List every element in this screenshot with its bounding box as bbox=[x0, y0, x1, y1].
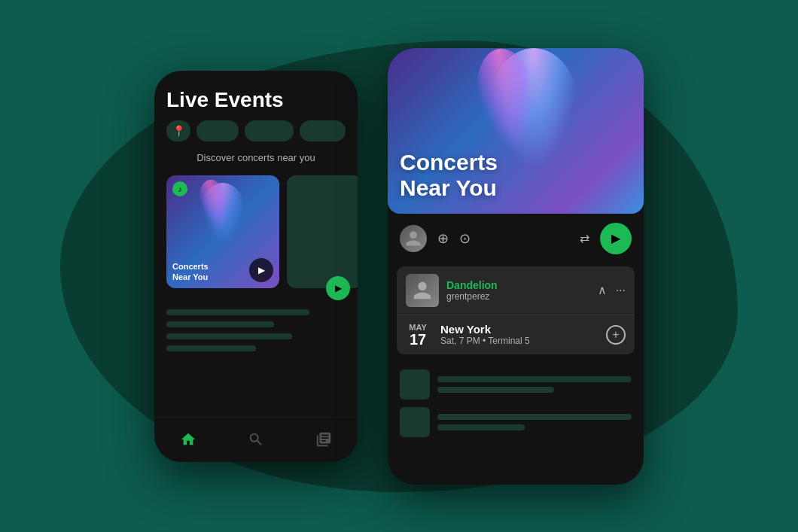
bar-row-1 bbox=[400, 369, 632, 400]
bar-line-2a bbox=[437, 414, 632, 420]
left-phone-content: Live Events 📍 Discover concerts near you… bbox=[154, 71, 358, 289]
spotify-badge: ♪ bbox=[172, 181, 187, 196]
event-row: May 17 New York Sat, 7 PM • Terminal 5 + bbox=[397, 315, 635, 354]
avatar-icon bbox=[404, 230, 422, 248]
discover-text: Discover concerts near you bbox=[166, 152, 346, 163]
placeholder-bar-2 bbox=[166, 321, 274, 327]
add-event-icon[interactable]: + bbox=[606, 325, 626, 345]
bar-thumb-1 bbox=[400, 369, 430, 400]
card-label-line2: Near You bbox=[172, 272, 209, 282]
card-label-line1: Concerts bbox=[172, 261, 209, 272]
bar-thumb-2 bbox=[400, 407, 430, 437]
song-row: Dandelion grentperez ∧ ··· bbox=[397, 266, 635, 315]
play-icon: ▶ bbox=[611, 231, 620, 245]
more-options-icon[interactable]: ··· bbox=[616, 284, 626, 297]
scene-container: Live Events 📍 Discover concerts near you… bbox=[154, 48, 644, 485]
song-row-icons: ∧ ··· bbox=[598, 283, 626, 297]
add-to-library-icon[interactable]: ⊕ bbox=[437, 230, 449, 247]
right-lower-bars bbox=[388, 357, 644, 449]
event-month: May bbox=[409, 323, 426, 332]
person-icon bbox=[412, 280, 433, 301]
nav-library[interactable] bbox=[315, 431, 332, 448]
hero-title-line1: Concerts bbox=[400, 150, 498, 176]
bar-row-2 bbox=[400, 407, 632, 437]
concert-card-main[interactable]: ♪ Concerts Near You ▶ bbox=[166, 175, 279, 288]
player-controls: ⊕ ⊙ ⇄ ▶ bbox=[388, 214, 644, 263]
bar-line-1b bbox=[437, 387, 554, 393]
hero-title: Concerts Near You bbox=[400, 150, 498, 202]
event-venue: New York bbox=[440, 323, 595, 336]
left-lower bbox=[154, 288, 358, 363]
filter-pill-1[interactable] bbox=[196, 120, 239, 141]
song-event-card: Dandelion grentperez ∧ ··· May 17 New Yo… bbox=[397, 266, 635, 354]
download-icon[interactable]: ⊙ bbox=[459, 230, 471, 247]
concert-card-inner: ♪ Concerts Near You ▶ bbox=[166, 175, 279, 288]
filter-pill-3[interactable] bbox=[300, 120, 346, 141]
bar-line-1a bbox=[437, 376, 632, 382]
play-button-small[interactable]: ▶ bbox=[249, 258, 273, 282]
bar-line-2b bbox=[437, 424, 525, 430]
song-info: Dandelion grentperez bbox=[446, 279, 590, 302]
bottom-nav bbox=[154, 417, 358, 462]
event-day: 17 bbox=[410, 332, 426, 347]
live-events-title: Live Events bbox=[166, 89, 346, 112]
song-artist: grentperez bbox=[446, 291, 590, 302]
play-button-large[interactable]: ▶ bbox=[600, 223, 632, 254]
hero-title-line2: Near You bbox=[400, 175, 498, 202]
cards-section: ♪ Concerts Near You ▶ ▶ bbox=[166, 175, 346, 288]
bar-lines-2 bbox=[437, 414, 632, 430]
filter-pill-2[interactable] bbox=[245, 120, 294, 141]
right-phone: Concerts Near You ⊕ ⊙ ⇄ ▶ bbox=[388, 48, 644, 485]
event-info: New York Sat, 7 PM • Terminal 5 bbox=[440, 323, 595, 346]
song-name: Dandelion bbox=[446, 279, 590, 291]
library-icon bbox=[315, 431, 332, 448]
location-icon: 📍 bbox=[172, 125, 185, 137]
date-block: May 17 bbox=[406, 323, 430, 347]
placeholder-bars bbox=[166, 309, 346, 351]
location-filter[interactable]: 📍 bbox=[166, 120, 190, 141]
placeholder-bar-4 bbox=[166, 345, 256, 351]
home-icon bbox=[180, 431, 196, 448]
nav-home[interactable] bbox=[180, 431, 196, 448]
filter-row: 📍 bbox=[166, 120, 346, 141]
placeholder-bar-3 bbox=[166, 333, 292, 339]
placeholder-card bbox=[287, 175, 358, 288]
chevron-up-icon[interactable]: ∧ bbox=[598, 283, 607, 297]
card-label: Concerts Near You bbox=[172, 261, 209, 283]
concert-hero: Concerts Near You bbox=[388, 48, 644, 214]
avatar bbox=[400, 225, 427, 252]
song-thumbnail bbox=[406, 274, 439, 307]
left-phone: Live Events 📍 Discover concerts near you… bbox=[154, 71, 358, 462]
event-details: Sat, 7 PM • Terminal 5 bbox=[440, 336, 595, 346]
search-icon bbox=[248, 431, 264, 448]
shuffle-icon[interactable]: ⇄ bbox=[580, 231, 589, 245]
placeholder-bar-1 bbox=[166, 309, 309, 315]
nav-search[interactable] bbox=[248, 431, 264, 448]
bar-lines-1 bbox=[437, 376, 632, 393]
right-phone-content: Concerts Near You ⊕ ⊙ ⇄ ▶ bbox=[388, 48, 644, 485]
